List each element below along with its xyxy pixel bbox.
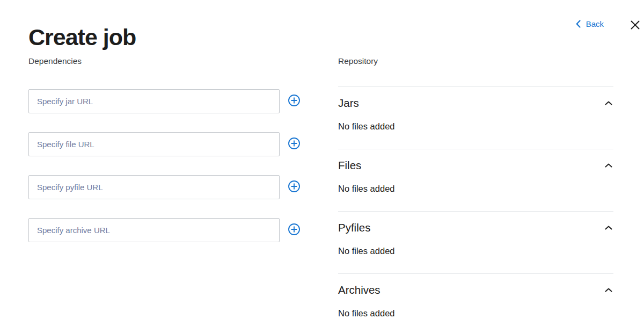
repo-section-archives: Archives No files added — [338, 273, 613, 333]
plus-circle-icon — [288, 94, 301, 108]
back-label: Back — [586, 19, 604, 28]
plus-circle-icon — [288, 137, 301, 151]
add-jar-button[interactable] — [287, 95, 301, 108]
collapse-archives-button[interactable] — [604, 285, 613, 295]
repo-section-status: No files added — [338, 245, 613, 273]
repo-section-title: Jars — [338, 96, 359, 110]
repo-section-title: Archives — [338, 283, 380, 296]
file-url-input[interactable] — [28, 132, 280, 156]
create-job-dialog: Create job Back Dependencies — [0, 0, 644, 333]
repo-section-jars: Jars No files added — [338, 86, 613, 149]
page-title: Create job — [28, 24, 136, 50]
repo-section-title: Pyfiles — [338, 221, 370, 234]
plus-circle-icon — [288, 180, 301, 194]
chevron-up-icon — [605, 286, 612, 294]
chevron-left-icon — [576, 20, 581, 28]
repo-section-files: Files No files added — [338, 149, 613, 211]
jar-url-input[interactable] — [28, 89, 280, 113]
repo-section-title: Files — [338, 158, 361, 172]
repo-section-status: No files added — [338, 308, 613, 333]
repository-column: Repository Jars No files added — [338, 56, 613, 333]
repo-section-pyfiles-header[interactable]: Pyfiles — [338, 212, 613, 234]
repository-sections: Jars No files added Files — [338, 86, 613, 333]
archive-url-input[interactable] — [28, 218, 280, 242]
dependencies-column: Dependencies — [28, 56, 313, 261]
repo-section-archives-header[interactable]: Archives — [338, 274, 613, 296]
archive-url-row — [28, 218, 313, 242]
repo-section-files-header[interactable]: Files — [338, 149, 613, 172]
chevron-up-icon — [605, 99, 612, 107]
chevron-up-icon — [605, 161, 612, 169]
collapse-jars-button[interactable] — [604, 98, 613, 108]
add-file-button[interactable] — [287, 137, 301, 151]
jar-url-row — [28, 89, 313, 113]
close-icon — [631, 20, 640, 31]
repo-section-status: No files added — [338, 121, 613, 149]
repo-section-pyfiles: Pyfiles No files added — [338, 211, 613, 273]
collapse-pyfiles-button[interactable] — [604, 223, 613, 233]
dependencies-rows — [28, 89, 313, 242]
back-button[interactable]: Back — [576, 19, 604, 28]
collapse-files-button[interactable] — [604, 161, 613, 170]
file-url-row — [28, 132, 313, 156]
pyfile-url-input[interactable] — [28, 175, 280, 199]
repo-section-jars-header[interactable]: Jars — [338, 87, 613, 110]
dependencies-label: Dependencies — [28, 56, 313, 67]
pyfile-url-row — [28, 175, 313, 199]
add-pyfile-button[interactable] — [287, 180, 301, 194]
close-button[interactable] — [628, 19, 641, 32]
plus-circle-icon — [288, 223, 301, 237]
repository-label: Repository — [338, 56, 613, 67]
add-archive-button[interactable] — [287, 223, 301, 237]
chevron-up-icon — [605, 223, 612, 231]
repo-section-status: No files added — [338, 183, 613, 211]
